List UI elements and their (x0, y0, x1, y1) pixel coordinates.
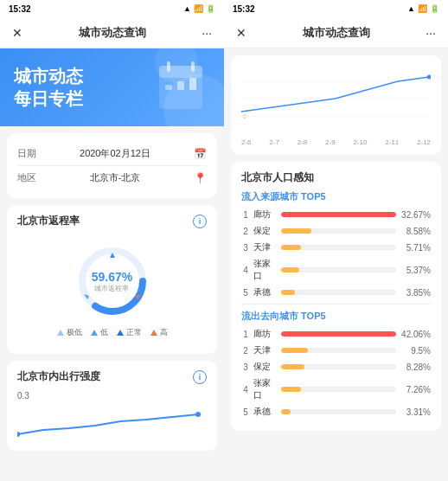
hero-decoration-svg (155, 57, 207, 118)
battery-icon-right: 🔋 (430, 4, 439, 13)
right-panel: 15:32 ▲ 📶 🔋 ✕ 城市动态查询 ··· (224, 0, 448, 481)
svg-rect-1 (159, 66, 202, 78)
date-value: 2020年02月12日 (80, 147, 150, 160)
x-label-2: 2-8 (298, 138, 308, 146)
mobility-y-label: 0.3 (17, 391, 207, 401)
return-rate-info-icon[interactable]: i (193, 215, 207, 228)
bar-track-2 (281, 245, 396, 250)
donut-pct: 59.67% (92, 270, 132, 284)
bar-fill-3 (281, 267, 299, 273)
nav-bar-right: ✕ 城市动态查询 ··· (224, 17, 448, 48)
return-rate-card: 北京市返程率 i 59.67% (7, 205, 217, 354)
time-left: 15:32 (9, 4, 31, 14)
bar-track-3 (281, 387, 396, 392)
date-row: 日期 2020年02月12日 📅 (17, 142, 207, 166)
svg-rect-4 (165, 85, 172, 90)
donut-center: 59.67% 城市返程率 (92, 270, 132, 293)
legend-arrow-0 (57, 330, 64, 336)
bar-fill-1 (281, 228, 311, 234)
bar-fill-0 (281, 212, 396, 217)
bar-track-2 (281, 364, 396, 369)
bar-row: 5 承德 3.31% (241, 406, 431, 418)
bar-rank-2: 3 (241, 243, 250, 253)
mobility-info-icon[interactable]: i (193, 370, 207, 384)
bar-fill-4 (281, 409, 291, 414)
bar-rank-3: 4 (241, 385, 250, 394)
bar-name-1: 天津 (253, 344, 278, 356)
bar-pct-4: 3.85% (400, 288, 431, 298)
x-label-4: 2-10 (353, 138, 367, 146)
bar-name-4: 承德 (253, 286, 278, 298)
legend-label-0: 极低 (67, 327, 82, 338)
bar-row: 1 廊坊 42.06% (241, 328, 431, 340)
pop-title: 北京市人口感知 (241, 170, 431, 185)
bar-name-2: 天津 (253, 241, 278, 253)
region-row: 地区 北京市-北京 📍 (17, 166, 207, 189)
x-label-0: 2-6 (241, 138, 252, 146)
more-icon-left[interactable]: ··· (202, 26, 212, 40)
hero-banner: 城市动态 每日专栏 (0, 48, 224, 126)
svg-text:0: 0 (243, 113, 246, 119)
bar-row: 2 天津 9.5% (241, 344, 431, 356)
nav-title-left: 城市动态查询 (79, 25, 146, 41)
more-icon-right[interactable]: ··· (426, 26, 436, 40)
bar-name-1: 保定 (253, 225, 278, 237)
legend-label-2: 正常 (126, 327, 142, 338)
bar-track-0 (281, 212, 396, 217)
legend: 极低 低 正常 高 (57, 327, 168, 338)
date-label: 日期 (17, 147, 36, 160)
mobility-title-row: 北京市内出行强度 i (17, 369, 207, 384)
line-chart-area: 0 (241, 64, 431, 133)
signal-icon-right: 📶 (418, 4, 427, 13)
svg-rect-3 (191, 61, 195, 72)
outflow-bars: 1 廊坊 42.06% 2 天津 9.5% 3 保定 8.28% 4 张家口 (241, 328, 431, 418)
bar-pct-2: 8.28% (400, 362, 431, 372)
close-icon-left[interactable]: ✕ (12, 26, 22, 40)
bar-pct-2: 5.71% (400, 243, 431, 253)
bar-track-1 (281, 228, 396, 234)
right-scroll: 0 2-6 2-7 2-8 2-9 2-10 2-11 2-12 北京市人口感知… (224, 48, 448, 481)
location-icon[interactable]: 📍 (194, 172, 207, 184)
bar-row: 3 保定 8.28% (241, 361, 431, 373)
bar-pct-0: 42.06% (400, 330, 431, 339)
bar-rank-4: 5 (241, 288, 250, 298)
donut-wrap: 59.67% 城市返程率 (74, 242, 151, 320)
bar-name-0: 廊坊 (253, 328, 278, 340)
region-label: 地区 (17, 171, 36, 184)
bar-pct-0: 32.67% (400, 210, 431, 220)
bar-pct-1: 8.58% (400, 227, 431, 236)
signal-icon: 📶 (194, 4, 203, 13)
bar-track-0 (281, 331, 396, 337)
status-bar-left: 15:32 ▲ 📶 🔋 (0, 0, 224, 17)
svg-point-13 (17, 432, 20, 437)
legend-item-1: 低 (91, 327, 108, 338)
bar-rank-4: 5 (241, 407, 250, 417)
legend-label-3: 高 (160, 327, 168, 338)
left-scroll: 日期 2020年02月12日 📅 地区 北京市-北京 📍 北京市返程率 i (0, 126, 224, 481)
divider (241, 304, 431, 305)
bar-rank-3: 4 (241, 266, 250, 275)
hero-line1: 城市动态 (14, 65, 83, 87)
bar-pct-3: 5.37% (400, 266, 431, 275)
calendar-icon[interactable]: 📅 (194, 148, 207, 160)
mobility-card: 北京市内出行强度 i 0.3 (7, 361, 217, 451)
bar-row: 4 张家口 5.37% (241, 258, 431, 282)
status-icons-left: ▲ 📶 🔋 (183, 4, 215, 13)
legend-arrow-1 (91, 330, 98, 336)
legend-arrow-2 (117, 330, 124, 336)
legend-arrow-3 (150, 330, 157, 336)
bar-name-4: 承德 (253, 406, 278, 418)
battery-icon: 🔋 (206, 4, 215, 13)
x-axis: 2-6 2-7 2-8 2-9 2-10 2-11 2-12 (241, 137, 431, 146)
bar-rank-1: 2 (241, 227, 250, 236)
inflow-title: 流入来源城市 TOP5 (241, 190, 431, 203)
x-label-3: 2-9 (325, 138, 336, 146)
wifi-icon-right: ▲ (407, 4, 415, 13)
bar-track-4 (281, 290, 396, 295)
close-icon-right[interactable]: ✕ (236, 26, 246, 40)
left-panel: 15:32 ▲ 📶 🔋 ✕ 城市动态查询 ··· 城市动态 每日专栏 (0, 0, 224, 481)
time-right: 15:32 (233, 4, 255, 14)
bar-name-3: 张家口 (253, 377, 278, 401)
bar-row: 3 天津 5.71% (241, 241, 431, 253)
legend-label-1: 低 (100, 327, 108, 338)
